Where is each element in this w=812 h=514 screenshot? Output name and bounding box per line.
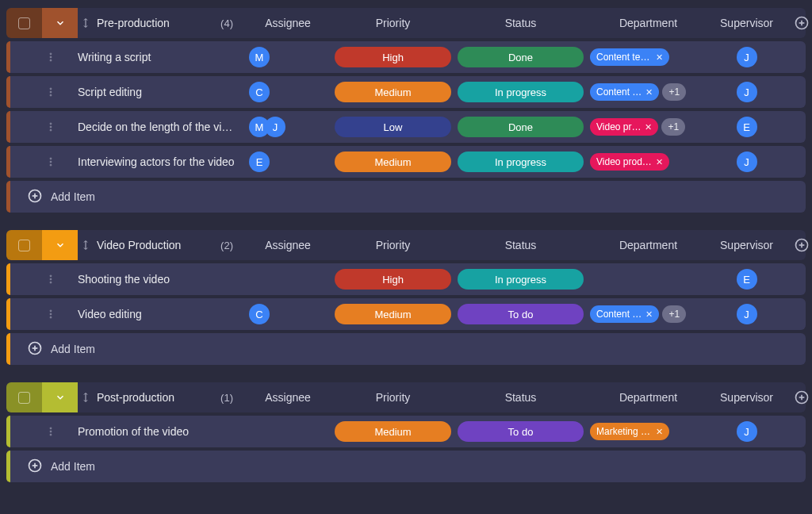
- row-menu-button[interactable]: [42, 121, 78, 132]
- group-collapse-button[interactable]: [42, 382, 78, 412]
- priority-cell[interactable]: High: [331, 47, 454, 67]
- supervisor-cell[interactable]: J: [710, 304, 783, 324]
- department-tag[interactable]: Marketing team✕: [590, 423, 669, 440]
- department-tag[interactable]: Content …✕: [590, 83, 659, 101]
- remove-tag-icon[interactable]: ✕: [656, 427, 663, 437]
- assignee-avatar[interactable]: C: [249, 304, 270, 324]
- task-row[interactable]: Interviewing actors for the video E Medi…: [6, 146, 806, 178]
- group-checkbox[interactable]: [18, 240, 30, 251]
- status-cell[interactable]: To do: [454, 421, 587, 442]
- column-header-assignee[interactable]: Assignee: [244, 239, 331, 251]
- task-row[interactable]: Video editing C Medium To do Content …✕+…: [6, 298, 806, 330]
- priority-cell[interactable]: High: [331, 269, 454, 290]
- task-title[interactable]: Writing a script: [78, 51, 244, 63]
- assignee-cell[interactable]: C: [244, 304, 331, 324]
- department-cell[interactable]: Marketing team✕: [587, 423, 710, 440]
- column-header-priority[interactable]: Priority: [331, 391, 454, 404]
- drag-handle-icon[interactable]: [81, 392, 90, 403]
- task-row[interactable]: Writing a script M High Done Content tea…: [6, 41, 806, 73]
- group-collapse-button[interactable]: [42, 230, 78, 260]
- supervisor-avatar[interactable]: J: [737, 82, 757, 102]
- column-header-status[interactable]: Status: [454, 17, 587, 29]
- column-header-assignee[interactable]: Assignee: [244, 391, 331, 404]
- department-tag[interactable]: Video productio…✕: [590, 153, 669, 171]
- column-header-department[interactable]: Department: [587, 239, 710, 251]
- column-header-priority[interactable]: Priority: [331, 239, 454, 251]
- remove-tag-icon[interactable]: ✕: [656, 52, 663, 63]
- column-header-supervisor[interactable]: Supervisor: [710, 17, 783, 29]
- remove-tag-icon[interactable]: ✕: [645, 87, 653, 98]
- drag-handle-icon[interactable]: [81, 240, 90, 251]
- more-tags-badge[interactable]: +1: [662, 305, 686, 323]
- status-cell[interactable]: Done: [454, 47, 587, 67]
- add-column-button[interactable]: [783, 15, 812, 31]
- column-header-supervisor[interactable]: Supervisor: [710, 239, 783, 251]
- assignee-cell[interactable]: C: [244, 82, 331, 102]
- column-header-supervisor[interactable]: Supervisor: [710, 391, 783, 404]
- department-tag[interactable]: Content …✕: [590, 305, 659, 323]
- supervisor-cell[interactable]: J: [710, 82, 783, 102]
- remove-tag-icon[interactable]: ✕: [645, 309, 653, 320]
- drag-handle-icon[interactable]: [81, 17, 90, 29]
- supervisor-cell[interactable]: J: [710, 152, 783, 172]
- assignee-cell[interactable]: M: [244, 47, 331, 67]
- task-title[interactable]: Shooting the video: [78, 273, 244, 286]
- row-menu-button[interactable]: [42, 309, 78, 320]
- department-cell[interactable]: Content …✕+1: [587, 305, 710, 323]
- supervisor-avatar[interactable]: J: [737, 421, 757, 442]
- supervisor-cell[interactable]: E: [710, 117, 783, 137]
- department-tag[interactable]: Video pr…✕: [590, 118, 658, 136]
- supervisor-avatar[interactable]: E: [737, 269, 757, 290]
- row-menu-button[interactable]: [42, 274, 78, 285]
- column-header-status[interactable]: Status: [454, 391, 587, 404]
- assignee-cell[interactable]: E: [244, 152, 331, 172]
- column-header-department[interactable]: Department: [587, 17, 710, 29]
- add-column-button[interactable]: [783, 389, 812, 405]
- task-title[interactable]: Script editing: [78, 86, 244, 98]
- priority-cell[interactable]: Medium: [331, 304, 454, 324]
- department-cell[interactable]: Content …✕+1: [587, 83, 710, 101]
- supervisor-avatar[interactable]: J: [737, 152, 757, 172]
- priority-cell[interactable]: Medium: [331, 421, 454, 442]
- status-cell[interactable]: To do: [454, 304, 587, 324]
- group-collapse-button[interactable]: [42, 8, 78, 38]
- department-cell[interactable]: Content team✕: [587, 48, 710, 66]
- supervisor-avatar[interactable]: E: [737, 117, 757, 137]
- remove-tag-icon[interactable]: ✕: [656, 157, 663, 167]
- add-item-button[interactable]: Add Item: [6, 333, 806, 365]
- add-item-button[interactable]: Add Item: [6, 181, 806, 213]
- more-tags-badge[interactable]: +1: [662, 83, 686, 101]
- supervisor-avatar[interactable]: J: [737, 47, 757, 67]
- status-cell[interactable]: In progress: [454, 269, 587, 290]
- department-tag[interactable]: Content team✕: [590, 48, 669, 66]
- supervisor-cell[interactable]: J: [710, 421, 783, 442]
- assignee-cell[interactable]: MJ: [244, 117, 331, 137]
- task-title[interactable]: Promotion of the video: [78, 425, 244, 438]
- row-menu-button[interactable]: [42, 426, 78, 437]
- more-tags-badge[interactable]: +1: [661, 118, 685, 136]
- group-checkbox[interactable]: [18, 392, 30, 404]
- task-title[interactable]: Decide on the length of the video: [78, 121, 244, 133]
- remove-tag-icon[interactable]: ✕: [645, 122, 652, 132]
- department-cell[interactable]: Video pr…✕+1: [587, 118, 710, 136]
- group-checkbox[interactable]: [18, 17, 30, 29]
- row-menu-button[interactable]: [42, 156, 78, 167]
- task-row[interactable]: Decide on the length of the video MJ Low…: [6, 111, 806, 143]
- department-cell[interactable]: Video productio…✕: [587, 153, 710, 171]
- column-header-priority[interactable]: Priority: [331, 17, 454, 29]
- task-row[interactable]: Promotion of the video Medium To do Mark…: [6, 416, 806, 447]
- assignee-avatar[interactable]: C: [249, 82, 270, 102]
- task-title[interactable]: Video editing: [78, 308, 244, 320]
- supervisor-cell[interactable]: J: [710, 47, 783, 67]
- row-menu-button[interactable]: [42, 86, 78, 98]
- column-header-department[interactable]: Department: [587, 391, 710, 404]
- column-header-assignee[interactable]: Assignee: [244, 17, 331, 29]
- row-menu-button[interactable]: [42, 52, 78, 63]
- assignee-avatar[interactable]: E: [249, 152, 270, 172]
- priority-cell[interactable]: Medium: [331, 82, 454, 102]
- priority-cell[interactable]: Low: [331, 117, 454, 137]
- task-row[interactable]: Script editing C Medium In progress Cont…: [6, 76, 806, 108]
- status-cell[interactable]: Done: [454, 117, 587, 137]
- add-item-button[interactable]: Add Item: [6, 451, 806, 482]
- priority-cell[interactable]: Medium: [331, 152, 454, 172]
